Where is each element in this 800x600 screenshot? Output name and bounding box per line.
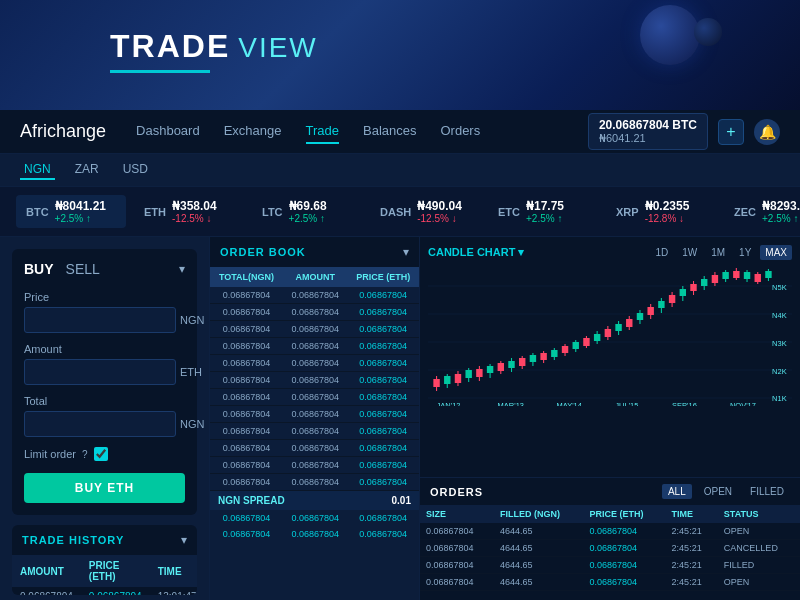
sell-tab[interactable]: SELL bbox=[66, 261, 100, 277]
orders-tab-all[interactable]: ALL bbox=[662, 484, 692, 499]
order-book-spread: NGN SPREAD 0.01 bbox=[210, 491, 419, 511]
ob-price: 0.06867804 bbox=[347, 457, 419, 474]
ticker-ltc[interactable]: LTC ₦69.68 +2.5% ↑ bbox=[252, 195, 362, 228]
order-book-thead: TOTAL(NGN) AMOUNT PRICE (ETH) bbox=[210, 267, 419, 287]
ob-total: 0.06867804 bbox=[210, 440, 283, 457]
ob-buy-price: 0.06867804 bbox=[347, 510, 419, 526]
order-book-dropdown-icon[interactable]: ▾ bbox=[403, 245, 409, 259]
wallet-box: 20.06867804 BTC ₦6041.21 bbox=[588, 113, 708, 150]
ob-price: 0.06867804 bbox=[347, 440, 419, 457]
ticker-dash[interactable]: DASH ₦490.04 -12.5% ↓ bbox=[370, 195, 480, 228]
ticker-xrp[interactable]: XRP ₦0.2355 -12.8% ↓ bbox=[606, 195, 716, 228]
order-book-row: 0.06867804 0.06867804 0.06867804 bbox=[210, 474, 419, 491]
svg-rect-49 bbox=[637, 313, 643, 320]
currency-tabs: NGN ZAR USD bbox=[0, 154, 800, 187]
svg-rect-29 bbox=[530, 355, 536, 362]
ob-total: 0.06867804 bbox=[210, 474, 283, 491]
th-amount: 0.06867804 bbox=[12, 587, 81, 595]
price-label: Price bbox=[24, 291, 185, 303]
order-book-title: ORDER BOOK bbox=[220, 246, 306, 258]
app-container: Africhange Dashboard Exchange Trade Bala… bbox=[0, 110, 800, 600]
total-unit: NGN bbox=[180, 418, 210, 430]
ob-amount: 0.06867804 bbox=[283, 474, 347, 491]
buy-sell-section: BUY SELL ▾ Price NGN Amount ETH bbox=[12, 249, 197, 515]
orders-tbody: 0.06867804 4644.65 0.06867804 2:45:21 OP… bbox=[420, 523, 800, 591]
buy-sell-tabs: BUY SELL ▾ bbox=[24, 261, 185, 277]
chart-tabs: 1D 1W 1M 1Y MAX bbox=[650, 245, 792, 260]
order-book-tbody: 0.06867804 0.06867804 0.06867804 0.06867… bbox=[210, 287, 419, 491]
ticker-eth[interactable]: ETH ₦358.04 -12.5% ↓ bbox=[134, 195, 244, 228]
chart-tab-max[interactable]: MAX bbox=[760, 245, 792, 260]
limit-checkbox[interactable] bbox=[94, 447, 108, 461]
order-size: 0.06867804 bbox=[420, 574, 494, 591]
nav-balances[interactable]: Balances bbox=[363, 119, 416, 144]
currency-tab-zar[interactable]: ZAR bbox=[71, 160, 103, 180]
svg-text:SEP'16: SEP'16 bbox=[672, 401, 697, 406]
order-book-row: 0.06867804 0.06867804 0.06867804 bbox=[210, 440, 419, 457]
order-status: CANCELLED bbox=[718, 540, 800, 557]
svg-rect-13 bbox=[444, 376, 450, 384]
svg-text:N2K: N2K bbox=[772, 367, 787, 376]
amount-input[interactable] bbox=[24, 359, 176, 385]
ob-price: 0.06867804 bbox=[347, 355, 419, 372]
svg-rect-59 bbox=[690, 284, 696, 291]
total-input[interactable] bbox=[24, 411, 176, 437]
order-book-section: ORDER BOOK ▾ TOTAL(NGN) AMOUNT PRICE (ET… bbox=[210, 237, 419, 600]
buy-sell-dropdown-icon[interactable]: ▾ bbox=[179, 262, 185, 276]
orders-thead: SIZE FILLED (NGN) PRICE (ETH) TIME STATU… bbox=[420, 505, 800, 523]
buy-tab[interactable]: BUY bbox=[24, 261, 54, 277]
orders-row: 0.06867804 4644.65 0.06867804 2:45:21 CA… bbox=[420, 540, 800, 557]
ob-amount: 0.06867804 bbox=[283, 440, 347, 457]
order-book-row: 0.06867804 0.06867804 0.06867804 bbox=[210, 355, 419, 372]
brand-logo[interactable]: Africhange bbox=[20, 121, 106, 142]
orders-col-price: PRICE (ETH) bbox=[584, 505, 666, 523]
buy-eth-button[interactable]: BUY ETH bbox=[24, 473, 185, 503]
order-status: OPEN bbox=[718, 574, 800, 591]
currency-tab-ngn[interactable]: NGN bbox=[20, 160, 55, 180]
nav-exchange[interactable]: Exchange bbox=[224, 119, 282, 144]
orders-tab-filled[interactable]: FILLED bbox=[744, 484, 790, 499]
order-book-row: 0.06867804 0.06867804 0.06867804 bbox=[210, 372, 419, 389]
limit-row: Limit order ? bbox=[24, 447, 185, 461]
trade-history-thead: AMOUNT PRICE (ETH) TIME bbox=[12, 555, 197, 587]
th-time: 13:01:47 bbox=[150, 587, 197, 595]
svg-text:N4K: N4K bbox=[772, 311, 787, 320]
total-input-wrap: NGN bbox=[24, 411, 185, 437]
ob-total: 0.06867804 bbox=[210, 423, 283, 440]
currency-tab-usd[interactable]: USD bbox=[119, 160, 152, 180]
svg-rect-31 bbox=[540, 353, 546, 360]
svg-rect-15 bbox=[455, 374, 461, 383]
candle-header: CANDLE CHART ▾ 1D 1W 1M 1Y MAX bbox=[428, 245, 792, 260]
price-input[interactable] bbox=[24, 307, 176, 333]
chart-tab-1m[interactable]: 1M bbox=[706, 245, 730, 260]
svg-text:N3K: N3K bbox=[772, 339, 787, 348]
ticker-etc[interactable]: ETC ₦17.75 +2.5% ↑ bbox=[488, 195, 598, 228]
svg-text:JUL'15: JUL'15 bbox=[615, 401, 638, 406]
order-book-row: 0.06867804 0.06867804 0.06867804 bbox=[210, 389, 419, 406]
ticker-zec[interactable]: ZEC ₦8293.49 +2.5% ↑ bbox=[724, 195, 800, 228]
ob-amount: 0.06867804 bbox=[283, 406, 347, 423]
svg-rect-53 bbox=[658, 301, 664, 308]
chart-tab-1y[interactable]: 1Y bbox=[734, 245, 756, 260]
svg-rect-61 bbox=[701, 279, 707, 286]
svg-text:N1K: N1K bbox=[772, 394, 787, 403]
nav-dashboard[interactable]: Dashboard bbox=[136, 119, 200, 144]
ob-amount: 0.06867804 bbox=[283, 338, 347, 355]
nav-trade[interactable]: Trade bbox=[306, 119, 339, 144]
order-time: 2:45:21 bbox=[666, 523, 718, 540]
orders-tab-open[interactable]: OPEN bbox=[698, 484, 738, 499]
wallet-plus-button[interactable]: + bbox=[718, 119, 744, 145]
order-book-buy-row: 0.06867804 0.06867804 0.06867804 bbox=[210, 510, 419, 526]
chart-tab-1d[interactable]: 1D bbox=[650, 245, 673, 260]
bell-icon[interactable]: 🔔 bbox=[754, 119, 780, 145]
limit-label: Limit order bbox=[24, 448, 76, 460]
chart-tab-1w[interactable]: 1W bbox=[677, 245, 702, 260]
nav-orders[interactable]: Orders bbox=[440, 119, 480, 144]
orders-header: ORDERS ALL OPEN FILLED bbox=[420, 478, 800, 505]
ticker-btc[interactable]: BTC ₦8041.21 +2.5% ↑ bbox=[16, 195, 126, 228]
th-col-time: TIME bbox=[150, 555, 197, 587]
svg-rect-43 bbox=[605, 329, 611, 337]
ob-amount: 0.06867804 bbox=[283, 321, 347, 338]
trade-history-dropdown-icon[interactable]: ▾ bbox=[181, 533, 187, 547]
svg-rect-69 bbox=[744, 272, 750, 279]
